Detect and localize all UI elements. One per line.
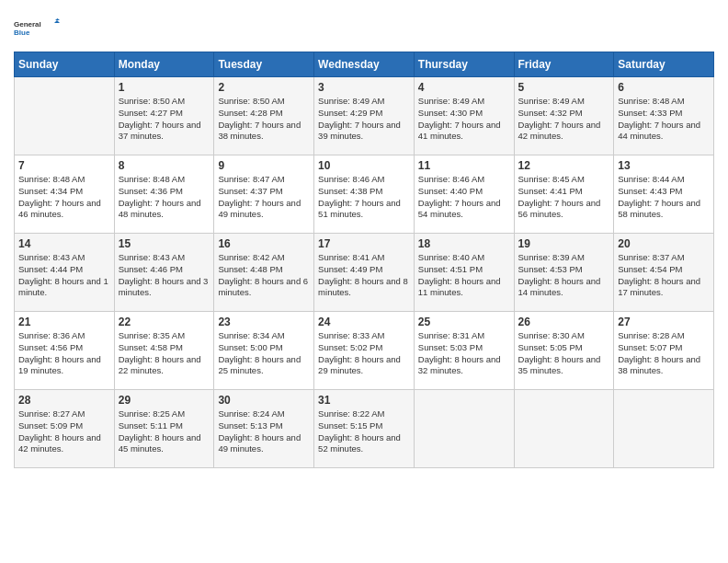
- header-saturday: Saturday: [614, 52, 714, 77]
- calendar-cell: 31Sunrise: 8:22 AMSunset: 5:15 PMDayligh…: [314, 390, 415, 468]
- day-number: 19: [518, 237, 610, 250]
- calendar-cell: [414, 390, 514, 468]
- header-friday: Friday: [514, 52, 614, 77]
- day-number: 6: [618, 81, 710, 94]
- calendar-cell: 7Sunrise: 8:48 AMSunset: 4:34 PMDaylight…: [15, 155, 115, 234]
- cell-sun-info: Sunrise: 8:46 AMSunset: 4:40 PMDaylight:…: [418, 174, 510, 221]
- calendar-cell: 30Sunrise: 8:24 AMSunset: 5:13 PMDayligh…: [214, 390, 314, 468]
- calendar-cell: 3Sunrise: 8:49 AMSunset: 4:29 PMDaylight…: [314, 77, 415, 155]
- calendar-cell: 10Sunrise: 8:46 AMSunset: 4:38 PMDayligh…: [314, 155, 415, 234]
- day-number: 14: [18, 237, 110, 250]
- cell-sun-info: Sunrise: 8:46 AMSunset: 4:38 PMDaylight:…: [318, 174, 410, 221]
- cell-sun-info: Sunrise: 8:49 AMSunset: 4:29 PMDaylight:…: [318, 96, 410, 143]
- day-number: 29: [119, 394, 210, 407]
- cell-sun-info: Sunrise: 8:41 AMSunset: 4:49 PMDaylight:…: [318, 252, 410, 299]
- header-wednesday: Wednesday: [314, 52, 415, 77]
- header-row: SundayMondayTuesdayWednesdayThursdayFrid…: [15, 52, 714, 77]
- cell-sun-info: Sunrise: 8:49 AMSunset: 4:32 PMDaylight:…: [518, 96, 610, 143]
- cell-sun-info: Sunrise: 8:47 AMSunset: 4:37 PMDaylight:…: [218, 174, 310, 221]
- cell-sun-info: Sunrise: 8:25 AMSunset: 5:11 PMDaylight:…: [119, 408, 210, 455]
- cell-sun-info: Sunrise: 8:50 AMSunset: 4:27 PMDaylight:…: [119, 96, 210, 143]
- cell-sun-info: Sunrise: 8:30 AMSunset: 5:05 PMDaylight:…: [518, 330, 610, 377]
- cell-sun-info: Sunrise: 8:44 AMSunset: 4:43 PMDaylight:…: [618, 174, 710, 221]
- cell-sun-info: Sunrise: 8:27 AMSunset: 5:09 PMDaylight:…: [18, 408, 110, 455]
- page-header: General Blue: [14, 9, 714, 46]
- calendar-cell: 14Sunrise: 8:43 AMSunset: 4:44 PMDayligh…: [15, 234, 115, 312]
- day-number: 16: [218, 237, 310, 250]
- header-sunday: Sunday: [15, 52, 115, 77]
- header-monday: Monday: [114, 52, 214, 77]
- cell-sun-info: Sunrise: 8:43 AMSunset: 4:44 PMDaylight:…: [18, 252, 110, 299]
- cell-sun-info: Sunrise: 8:40 AMSunset: 4:51 PMDaylight:…: [418, 252, 510, 299]
- day-number: 2: [218, 81, 310, 94]
- cell-sun-info: Sunrise: 8:48 AMSunset: 4:34 PMDaylight:…: [18, 174, 110, 221]
- cell-sun-info: Sunrise: 8:34 AMSunset: 5:00 PMDaylight:…: [218, 330, 310, 377]
- cell-sun-info: Sunrise: 8:31 AMSunset: 5:03 PMDaylight:…: [418, 330, 510, 377]
- week-row-2: 7Sunrise: 8:48 AMSunset: 4:34 PMDaylight…: [15, 155, 714, 234]
- cell-sun-info: Sunrise: 8:22 AMSunset: 5:15 PMDaylight:…: [318, 408, 410, 455]
- calendar-cell: 8Sunrise: 8:48 AMSunset: 4:36 PMDaylight…: [114, 155, 214, 234]
- cell-sun-info: Sunrise: 8:35 AMSunset: 4:58 PMDaylight:…: [119, 330, 210, 377]
- calendar-cell: 4Sunrise: 8:49 AMSunset: 4:30 PMDaylight…: [414, 77, 514, 155]
- week-row-4: 21Sunrise: 8:36 AMSunset: 4:56 PMDayligh…: [15, 312, 714, 390]
- calendar-cell: 25Sunrise: 8:31 AMSunset: 5:03 PMDayligh…: [414, 312, 514, 390]
- day-number: 17: [318, 237, 410, 250]
- day-number: 21: [18, 316, 110, 328]
- cell-sun-info: Sunrise: 8:48 AMSunset: 4:33 PMDaylight:…: [618, 96, 710, 143]
- day-number: 15: [119, 237, 210, 250]
- cell-sun-info: Sunrise: 8:42 AMSunset: 4:48 PMDaylight:…: [218, 252, 310, 299]
- calendar-cell: 23Sunrise: 8:34 AMSunset: 5:00 PMDayligh…: [214, 312, 314, 390]
- day-number: 25: [418, 316, 510, 328]
- week-row-5: 28Sunrise: 8:27 AMSunset: 5:09 PMDayligh…: [15, 390, 714, 468]
- calendar-cell: 24Sunrise: 8:33 AMSunset: 5:02 PMDayligh…: [314, 312, 415, 390]
- cell-sun-info: Sunrise: 8:36 AMSunset: 4:56 PMDaylight:…: [18, 330, 110, 377]
- day-number: 10: [318, 159, 410, 172]
- day-number: 26: [518, 316, 610, 328]
- calendar-cell: 26Sunrise: 8:30 AMSunset: 5:05 PMDayligh…: [514, 312, 614, 390]
- day-number: 8: [119, 159, 210, 172]
- day-number: 23: [218, 316, 310, 328]
- calendar-cell: 20Sunrise: 8:37 AMSunset: 4:54 PMDayligh…: [614, 234, 714, 312]
- calendar-cell: 13Sunrise: 8:44 AMSunset: 4:43 PMDayligh…: [614, 155, 714, 234]
- calendar-cell: 27Sunrise: 8:28 AMSunset: 5:07 PMDayligh…: [614, 312, 714, 390]
- calendar-cell: 18Sunrise: 8:40 AMSunset: 4:51 PMDayligh…: [414, 234, 514, 312]
- calendar-cell: 22Sunrise: 8:35 AMSunset: 4:58 PMDayligh…: [114, 312, 214, 390]
- calendar-cell: 9Sunrise: 8:47 AMSunset: 4:37 PMDaylight…: [214, 155, 314, 234]
- calendar-cell: 17Sunrise: 8:41 AMSunset: 4:49 PMDayligh…: [314, 234, 415, 312]
- calendar-cell: 21Sunrise: 8:36 AMSunset: 4:56 PMDayligh…: [15, 312, 115, 390]
- day-number: 12: [518, 159, 610, 172]
- cell-sun-info: Sunrise: 8:28 AMSunset: 5:07 PMDaylight:…: [618, 330, 710, 377]
- week-row-3: 14Sunrise: 8:43 AMSunset: 4:44 PMDayligh…: [15, 234, 714, 312]
- day-number: 11: [418, 159, 510, 172]
- day-number: 1: [119, 81, 210, 94]
- day-number: 22: [119, 316, 210, 328]
- day-number: 30: [218, 394, 310, 407]
- calendar-cell: 12Sunrise: 8:45 AMSunset: 4:41 PMDayligh…: [514, 155, 614, 234]
- day-number: 24: [318, 316, 410, 328]
- svg-text:General: General: [14, 20, 41, 29]
- calendar-cell: 19Sunrise: 8:39 AMSunset: 4:53 PMDayligh…: [514, 234, 614, 312]
- day-number: 9: [218, 159, 310, 172]
- cell-sun-info: Sunrise: 8:37 AMSunset: 4:54 PMDaylight:…: [618, 252, 710, 299]
- header-tuesday: Tuesday: [214, 52, 314, 77]
- day-number: 7: [18, 159, 110, 172]
- day-number: 5: [518, 81, 610, 94]
- day-number: 28: [18, 394, 110, 407]
- day-number: 4: [418, 81, 510, 94]
- cell-sun-info: Sunrise: 8:43 AMSunset: 4:46 PMDaylight:…: [119, 252, 210, 299]
- logo: General Blue: [14, 9, 60, 46]
- calendar-cell: [614, 390, 714, 468]
- cell-sun-info: Sunrise: 8:39 AMSunset: 4:53 PMDaylight:…: [518, 252, 610, 299]
- day-number: 18: [418, 237, 510, 250]
- calendar-table: SundayMondayTuesdayWednesdayThursdayFrid…: [14, 52, 714, 468]
- logo-svg: General Blue: [14, 9, 60, 46]
- svg-marker-3: [54, 20, 60, 23]
- calendar-cell: 6Sunrise: 8:48 AMSunset: 4:33 PMDaylight…: [614, 77, 714, 155]
- calendar-cell: 1Sunrise: 8:50 AMSunset: 4:27 PMDaylight…: [114, 77, 214, 155]
- cell-sun-info: Sunrise: 8:33 AMSunset: 5:02 PMDaylight:…: [318, 330, 410, 377]
- cell-sun-info: Sunrise: 8:49 AMSunset: 4:30 PMDaylight:…: [418, 96, 510, 143]
- calendar-cell: 5Sunrise: 8:49 AMSunset: 4:32 PMDaylight…: [514, 77, 614, 155]
- svg-text:Blue: Blue: [14, 29, 30, 37]
- day-number: 31: [318, 394, 410, 407]
- calendar-cell: 16Sunrise: 8:42 AMSunset: 4:48 PMDayligh…: [214, 234, 314, 312]
